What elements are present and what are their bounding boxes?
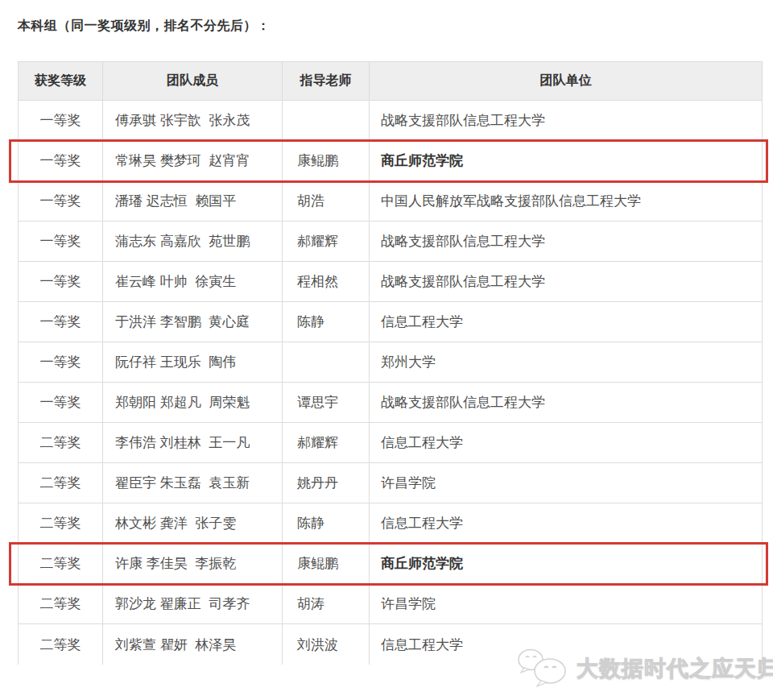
header-team-members: 团队成员 [103,62,283,101]
award-level-cell: 一等奖 [19,141,103,181]
team-members-cell: 刘紫萱 瞿妍 林泽昊 [103,624,283,665]
team-members-cell: 于洪洋 李智鹏 黄心庭 [103,302,283,342]
header-advisor: 指导老师 [283,62,370,101]
award-level-cell: 二等奖 [19,624,103,665]
advisor-cell: 陈静 [283,503,370,544]
table-row: 一等奖 郑朝阳 郑超凡 周荣魁 谭思宇 战略支援部队信息工程大学 [19,383,763,423]
article-page: 本科组（同一奖项级别，排名不分先后）： 获奖等级 团队成员 指导老师 团队单位 … [0,0,773,700]
award-level-cell: 二等奖 [19,544,103,584]
advisor-cell: 刘洪波 [283,624,370,665]
table-row: 二等奖 林文彬 龚洋 张子雯 陈静 信息工程大学 [19,503,763,544]
advisor-cell: 郝耀辉 [283,222,370,262]
team-members-cell: 蒲志东 高嘉欣 苑世鹏 [103,222,283,262]
team-unit-cell: 商丘师范学院 [370,141,763,181]
table-row: 二等奖 李伟浩 刘桂林 王一凡 郝耀辉 信息工程大学 [19,423,763,463]
table-header-row: 获奖等级 团队成员 指导老师 团队单位 [19,62,763,101]
table-row: 二等奖 许康 李佳昊 李振乾 康鲲鹏 商丘师范学院 [19,544,763,584]
team-members-cell: 潘璠 迟志恒 赖国平 [103,181,283,222]
award-level-cell: 一等奖 [19,222,103,262]
awards-table: 获奖等级 团队成员 指导老师 团队单位 一等奖 傅承骐 张宇歆 张永茂 战略支援… [18,61,763,665]
team-unit-cell: 战略支援部队信息工程大学 [370,262,763,302]
team-unit-cell: 战略支援部队信息工程大学 [370,222,763,262]
team-members-cell: 傅承骐 张宇歆 张永茂 [103,101,283,141]
advisor-cell: 康鲲鹏 [283,544,370,584]
table-row: 一等奖 傅承骐 张宇歆 张永茂 战略支援部队信息工程大学 [19,101,763,141]
header-team-unit: 团队单位 [370,62,763,101]
wechat-icon [517,646,570,691]
award-level-cell: 一等奖 [19,342,103,383]
team-unit-cell: 战略支援部队信息工程大学 [370,101,763,141]
advisor-cell: 胡浩 [283,181,370,222]
advisor-cell: 康鲲鹏 [283,141,370,181]
team-members-cell: 许康 李佳昊 李振乾 [103,544,283,584]
team-members-cell: 阮仔祥 王现乐 陶伟 [103,342,283,383]
team-unit-cell: 信息工程大学 [370,503,763,544]
watermark: 大数据时代之应天归德 [517,646,773,691]
table-row: 一等奖 潘璠 迟志恒 赖国平 胡浩 中国人民解放军战略支援部队信息工程大学 [19,181,763,222]
team-members-cell: 李伟浩 刘桂林 王一凡 [103,423,283,463]
team-unit-cell: 信息工程大学 [370,423,763,463]
advisor-cell: 姚丹丹 [283,463,370,503]
watermark-text: 大数据时代之应天归德 [577,654,773,683]
award-level-cell: 一等奖 [19,262,103,302]
award-level-cell: 一等奖 [19,101,103,141]
advisor-cell: 胡涛 [283,584,370,624]
award-level-cell: 一等奖 [19,181,103,222]
page-title: 本科组（同一奖项级别，排名不分先后）： [18,18,271,35]
table-row: 一等奖 崔云峰 叶帅 徐寅生 程相然 战略支援部队信息工程大学 [19,262,763,302]
team-members-cell: 翟臣宇 朱玉磊 袁玉新 [103,463,283,503]
award-level-cell: 一等奖 [19,383,103,423]
header-award-level: 获奖等级 [19,62,103,101]
award-level-cell: 二等奖 [19,423,103,463]
advisor-cell: 谭思宇 [283,383,370,423]
team-members-cell: 崔云峰 叶帅 徐寅生 [103,262,283,302]
advisor-cell: 程相然 [283,262,370,302]
team-unit-cell: 商丘师范学院 [370,544,763,584]
table-row: 一等奖 蒲志东 高嘉欣 苑世鹏 郝耀辉 战略支援部队信息工程大学 [19,222,763,262]
award-level-cell: 二等奖 [19,503,103,544]
advisor-cell [283,342,370,383]
table-row: 二等奖 郭沙龙 翟廉正 司孝齐 胡涛 许昌学院 [19,584,763,624]
award-level-cell: 一等奖 [19,302,103,342]
table-row: 一等奖 于洪洋 李智鹏 黄心庭 陈静 信息工程大学 [19,302,763,342]
award-level-cell: 二等奖 [19,463,103,503]
advisor-cell: 陈静 [283,302,370,342]
advisor-cell: 郝耀辉 [283,423,370,463]
team-members-cell: 常琳昊 樊梦珂 赵宵宵 [103,141,283,181]
advisor-cell [283,101,370,141]
team-members-cell: 郑朝阳 郑超凡 周荣魁 [103,383,283,423]
award-level-cell: 二等奖 [19,584,103,624]
table-row: 一等奖 常琳昊 樊梦珂 赵宵宵 康鲲鹏 商丘师范学院 [19,141,763,181]
team-unit-cell: 战略支援部队信息工程大学 [370,383,763,423]
table-row: 一等奖 阮仔祥 王现乐 陶伟 郑州大学 [19,342,763,383]
team-unit-cell: 许昌学院 [370,584,763,624]
table-row: 二等奖 翟臣宇 朱玉磊 袁玉新 姚丹丹 许昌学院 [19,463,763,503]
team-members-cell: 郭沙龙 翟廉正 司孝齐 [103,584,283,624]
team-unit-cell: 许昌学院 [370,463,763,503]
team-unit-cell: 信息工程大学 [370,302,763,342]
team-unit-cell: 郑州大学 [370,342,763,383]
team-members-cell: 林文彬 龚洋 张子雯 [103,503,283,544]
team-unit-cell: 中国人民解放军战略支援部队信息工程大学 [370,181,763,222]
